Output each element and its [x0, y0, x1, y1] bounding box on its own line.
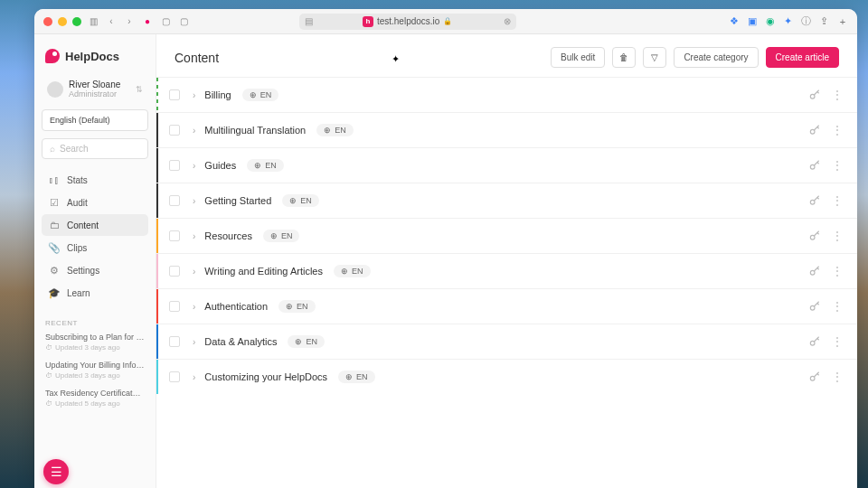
- category-row[interactable]: › Resources ⊕EN ⋮: [156, 218, 857, 253]
- maximize-window-icon[interactable]: [72, 17, 81, 26]
- permissions-icon[interactable]: [808, 89, 821, 101]
- category-title: Guides: [204, 160, 236, 171]
- expand-chevron-icon[interactable]: ›: [193, 90, 195, 100]
- expand-chevron-icon[interactable]: ›: [193, 337, 195, 347]
- nav-learn[interactable]: 🎓Learn: [42, 282, 148, 304]
- row-checkbox[interactable]: [169, 230, 180, 241]
- ext-icon[interactable]: ⓘ: [801, 16, 812, 27]
- recent-item[interactable]: Tax Residency Certificates a… ⏱Updated 5…: [45, 389, 145, 408]
- helpdocs-tab-icon[interactable]: ●: [141, 15, 154, 28]
- nav-label: Content: [67, 221, 99, 230]
- more-menu-icon[interactable]: ⋮: [832, 335, 843, 348]
- more-menu-icon[interactable]: ⋮: [832, 230, 843, 242]
- account-switcher[interactable]: River Sloane Administrator ⇅: [42, 76, 148, 102]
- row-checkbox[interactable]: [169, 89, 180, 100]
- language-badge[interactable]: ⊕EN: [334, 265, 371, 277]
- language-badge[interactable]: ⊕EN: [278, 300, 316, 313]
- language-badge[interactable]: ⊕EN: [288, 335, 325, 348]
- expand-chevron-icon[interactable]: ›: [193, 302, 195, 312]
- nav-audit[interactable]: ☑Audit: [42, 192, 148, 213]
- search-input[interactable]: ⌕ Search: [42, 138, 148, 159]
- new-tab-icon[interactable]: +: [837, 16, 848, 27]
- share-icon[interactable]: ⇪: [819, 16, 830, 27]
- tab-icon[interactable]: ▢: [159, 15, 172, 28]
- language-badge[interactable]: ⊕EN: [247, 159, 284, 172]
- sidebar-toggle-icon[interactable]: ▥: [87, 15, 99, 28]
- ext-icon[interactable]: ◉: [765, 16, 776, 27]
- recent-item[interactable]: Updating Your Billing Informa… ⏱Updated …: [45, 361, 145, 380]
- permissions-icon[interactable]: [808, 300, 821, 313]
- svg-point-1: [810, 129, 815, 134]
- language-badge[interactable]: ⊕EN: [242, 89, 279, 101]
- globe-icon: ⊕: [324, 126, 331, 135]
- help-beacon-button[interactable]: ☰: [43, 459, 69, 484]
- expand-chevron-icon[interactable]: ›: [193, 161, 195, 171]
- row-checkbox[interactable]: [169, 160, 180, 171]
- forward-icon[interactable]: ›: [123, 15, 136, 28]
- back-icon[interactable]: ‹: [105, 15, 118, 28]
- row-checkbox[interactable]: [169, 301, 180, 312]
- stop-reload-icon[interactable]: ⊗: [504, 16, 511, 26]
- ext-icon[interactable]: ❖: [729, 16, 740, 27]
- row-checkbox[interactable]: [169, 195, 180, 206]
- category-row[interactable]: › Multilingual Translation ⊕EN ⋮: [156, 112, 857, 147]
- category-row[interactable]: › Guides ⊕EN ⋮: [156, 147, 857, 183]
- more-menu-icon[interactable]: ⋮: [832, 300, 843, 313]
- expand-chevron-icon[interactable]: ›: [193, 372, 195, 382]
- nav-clips[interactable]: 📎Clips: [42, 237, 148, 258]
- row-checkbox[interactable]: [169, 266, 180, 277]
- lang-code: EN: [335, 126, 346, 135]
- lock-icon: 🔒: [443, 17, 452, 25]
- ext-icon[interactable]: ▣: [747, 16, 758, 27]
- category-row[interactable]: › Billing ⊕EN ⋮: [156, 77, 857, 112]
- expand-chevron-icon[interactable]: ›: [193, 231, 195, 241]
- ext-icon[interactable]: ✦: [783, 16, 794, 27]
- category-row[interactable]: › Data & Analytics ⊕EN ⋮: [156, 324, 857, 359]
- minimize-window-icon[interactable]: [58, 17, 67, 26]
- language-badge[interactable]: ⊕EN: [282, 194, 319, 207]
- category-row[interactable]: › Customizing your HelpDocs ⊕EN ⋮: [156, 359, 857, 394]
- create-article-button[interactable]: Create article: [766, 47, 839, 68]
- row-checkbox[interactable]: [169, 125, 180, 136]
- row-checkbox[interactable]: [169, 336, 180, 347]
- expand-chevron-icon[interactable]: ›: [193, 267, 195, 277]
- permissions-icon[interactable]: [808, 159, 821, 172]
- recent-item[interactable]: Subscribing to a Plan for the … ⏱Updated…: [45, 333, 145, 352]
- more-menu-icon[interactable]: ⋮: [832, 194, 843, 207]
- bulk-edit-button[interactable]: Bulk edit: [551, 47, 605, 68]
- expand-chevron-icon[interactable]: ›: [193, 126, 195, 136]
- close-window-icon[interactable]: [43, 17, 52, 26]
- language-badge[interactable]: ⊕EN: [338, 371, 375, 383]
- nav-stats[interactable]: ⫾⫿Stats: [42, 169, 148, 191]
- row-checkbox[interactable]: [169, 371, 180, 382]
- permissions-icon[interactable]: [808, 230, 821, 242]
- more-menu-icon[interactable]: ⋮: [832, 265, 843, 277]
- more-menu-icon[interactable]: ⋮: [832, 371, 843, 383]
- permissions-icon[interactable]: [808, 265, 821, 277]
- more-menu-icon[interactable]: ⋮: [832, 89, 843, 101]
- address-bar[interactable]: ▤ h test.helpdocs.io 🔒 ⊗: [299, 14, 516, 30]
- permissions-icon[interactable]: [808, 194, 821, 207]
- permissions-icon[interactable]: [808, 124, 821, 136]
- expand-chevron-icon[interactable]: ›: [193, 196, 195, 206]
- globe-icon: ⊕: [289, 196, 297, 205]
- category-row[interactable]: › Authentication ⊕EN ⋮: [156, 288, 857, 324]
- filter-button[interactable]: ▽: [643, 47, 666, 68]
- language-selector[interactable]: English (Default): [42, 109, 148, 131]
- category-row[interactable]: › Getting Started ⊕EN ⋮: [156, 183, 857, 218]
- svg-point-4: [810, 235, 815, 239]
- brand-logo[interactable]: HelpDocs: [34, 42, 156, 76]
- category-row[interactable]: › Writing and Editing Articles ⊕EN ⋮: [156, 253, 857, 288]
- create-category-button[interactable]: Create category: [674, 47, 758, 68]
- permissions-icon[interactable]: [808, 335, 821, 348]
- delete-button[interactable]: 🗑: [612, 47, 636, 68]
- language-badge[interactable]: ⊕EN: [316, 124, 354, 136]
- nav-content[interactable]: 🗀Content: [42, 214, 148, 236]
- recent-title: Subscribing to a Plan for the …: [45, 333, 145, 342]
- more-menu-icon[interactable]: ⋮: [832, 124, 843, 136]
- permissions-icon[interactable]: [808, 371, 821, 383]
- more-menu-icon[interactable]: ⋮: [832, 159, 843, 172]
- nav-settings[interactable]: ⚙Settings: [42, 259, 148, 281]
- tab-icon[interactable]: ▢: [177, 15, 190, 28]
- language-badge[interactable]: ⊕EN: [263, 230, 300, 242]
